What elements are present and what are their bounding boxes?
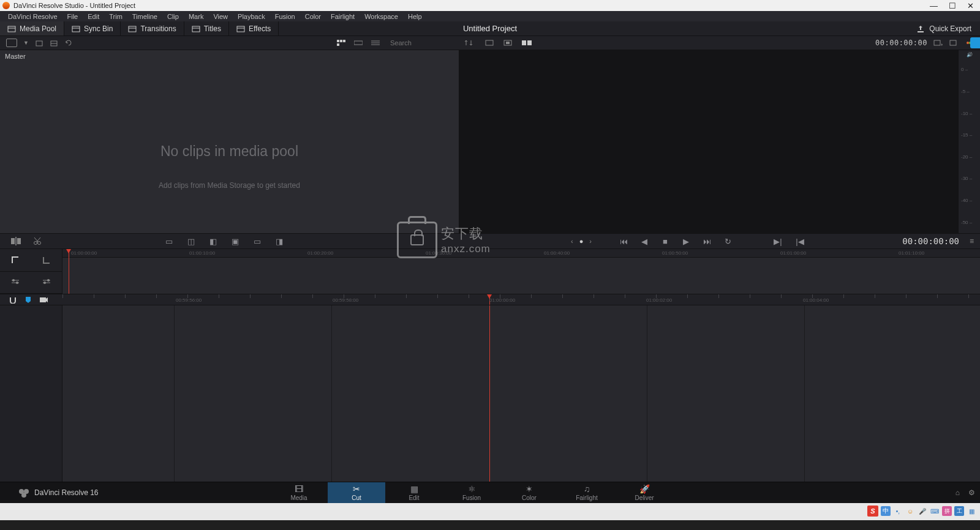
marker-icon[interactable] [24,296,32,304]
inspector-toggle[interactable] [970,37,980,48]
page-fairlight[interactable]: ♫Fairlight [558,482,616,503]
effects-icon [236,25,245,32]
sync-icon[interactable] [64,39,73,47]
close-up-icon[interactable]: ▣ [230,237,240,245]
window-title: DaVinci Resolve Studio - Untitled Projec… [13,2,135,9]
thumbnail-view-icon[interactable] [337,40,345,46]
place-on-top-icon[interactable]: ▭ [252,237,262,245]
menu-fusion[interactable]: Fusion [271,13,300,20]
next-edit-icon[interactable]: › [589,237,592,245]
quick-export-button[interactable]: Quick Export [908,24,980,33]
menu-help[interactable]: Help [404,13,426,20]
source-tape-icon[interactable] [485,39,495,47]
timeline-view-a-icon[interactable] [10,256,20,264]
ripple-overwrite-icon[interactable]: ◧ [208,237,218,245]
list-view-icon[interactable] [371,40,380,46]
svg-rect-21 [486,40,493,45]
tray-icon-pink[interactable]: 拼 [942,506,952,516]
svg-rect-13 [337,40,339,42]
new-bin-icon[interactable] [35,39,43,47]
resolution-dropdown-icon[interactable] [933,39,943,47]
page-edit[interactable]: ▦Edit [385,482,443,503]
track-headers [0,305,62,482]
menu-view[interactable]: View [209,13,232,20]
track-options-b-icon[interactable] [42,278,51,286]
tab-sync-bin[interactable]: Sync Bin [64,21,121,35]
maximize-button[interactable]: ☐ [949,1,956,10]
tab-effects[interactable]: Effects [229,21,279,35]
stop-icon[interactable]: ■ [660,237,670,245]
loop-icon[interactable]: ↻ [723,237,733,245]
minimize-button[interactable]: — [930,1,938,10]
mark-in-icon[interactable]: ▶| [773,237,783,245]
page-deliver[interactable]: 🚀Deliver [616,482,673,503]
menu-timeline[interactable]: Timeline [128,13,162,20]
meter-tick: -5 – [961,89,980,94]
append-icon[interactable]: ▭ [164,237,174,245]
import-media-button[interactable] [6,39,17,47]
svg-point-47 [21,493,26,498]
page-fusion[interactable]: ⚛Fusion [443,482,500,503]
ime-lang-icon[interactable]: 中 [881,506,891,516]
new-timeline-icon[interactable] [50,39,58,47]
mark-out-icon[interactable]: |◀ [795,237,805,245]
insert-icon[interactable]: ◫ [186,237,196,245]
ruler-label: 01:00:50:00 [662,250,688,256]
track-options-a-icon[interactable] [10,278,20,286]
menu-playback[interactable]: Playback [233,13,270,20]
bin-name: Master [5,53,26,60]
viewer-timecode: 00:00:00:00 [875,39,927,47]
smart-insert-icon[interactable] [11,237,22,245]
workspace-toolbar: Media PoolSync BinTransitionsTitlesEffec… [0,21,980,36]
go-end-icon[interactable]: ⏭ [702,237,712,245]
source-clip-icon[interactable] [503,39,513,47]
scissors-icon[interactable] [33,237,42,245]
play-icon[interactable]: ▶ [681,237,691,245]
page-cut[interactable]: ✂Cut [328,482,385,503]
video-only-icon[interactable] [39,297,48,303]
upper-timeline[interactable]: 01:00:00:0001:00:10:0001:00:20:0001:00:3… [0,249,980,294]
ruler-label: 01:00:10:00 [189,250,215,256]
menu-color[interactable]: Color [301,13,325,20]
source-overwrite-icon[interactable]: ◨ [274,237,284,245]
sort-icon[interactable] [464,39,473,47]
menu-edit[interactable]: Edit [83,13,104,20]
timeline-view-b-icon[interactable] [42,256,51,264]
page-media[interactable]: 🎞Media [270,482,328,503]
svg-rect-31 [11,238,15,244]
menu-davinci-resolve[interactable]: DaVinci Resolve [4,13,62,20]
search-input[interactable] [388,37,450,48]
menu-trim[interactable]: Trim [105,13,127,20]
home-icon[interactable]: ⌂ [956,488,960,497]
meter-tick: 0 – [961,67,980,72]
ruler-label: 01:00:02:00 [646,297,672,303]
tab-transitions[interactable]: Transitions [121,21,184,35]
bypass-dropdown-icon[interactable] [949,39,959,47]
tab-titles[interactable]: Titles [184,21,229,35]
magnet-icon[interactable] [9,296,17,304]
speaker-icon[interactable]: 🔊 [959,50,980,59]
project-settings-icon[interactable]: ⚙ [968,488,975,497]
menu-mark[interactable]: Mark [184,13,208,20]
page-color[interactable]: ✶Color [500,482,558,503]
menu-workspace[interactable]: Workspace [360,13,402,20]
main-timeline[interactable] [0,305,980,482]
lower-ruler[interactable]: 00:59:56:0000:59:58:0001:00:00:0001:00:0… [0,294,980,305]
menu-fairlight[interactable]: Fairlight [326,13,359,20]
close-button[interactable]: ✕ [967,1,974,10]
go-start-icon[interactable]: ⏮ [619,237,628,245]
strip-view-icon[interactable] [354,40,363,46]
tab-media-pool[interactable]: Media Pool [0,21,64,35]
prev-edit-icon[interactable]: ‹ [571,237,573,245]
svg-point-42 [47,279,50,282]
media-pool-pane[interactable]: Master No clips in media pool Add clips … [0,50,459,233]
menu-file[interactable]: File [63,13,83,20]
sogou-ime-icon[interactable]: S [867,506,878,517]
tray-icon-blue[interactable]: 工 [954,506,964,516]
import-dropdown-icon[interactable]: ▼ [23,40,29,46]
timeline-options-icon[interactable]: ≡ [970,237,974,245]
play-reverse-icon[interactable]: ◀ [639,237,649,245]
menu-clip[interactable]: Clip [163,13,183,20]
dual-viewer-icon[interactable] [522,39,532,47]
viewer-pane[interactable] [459,50,958,233]
